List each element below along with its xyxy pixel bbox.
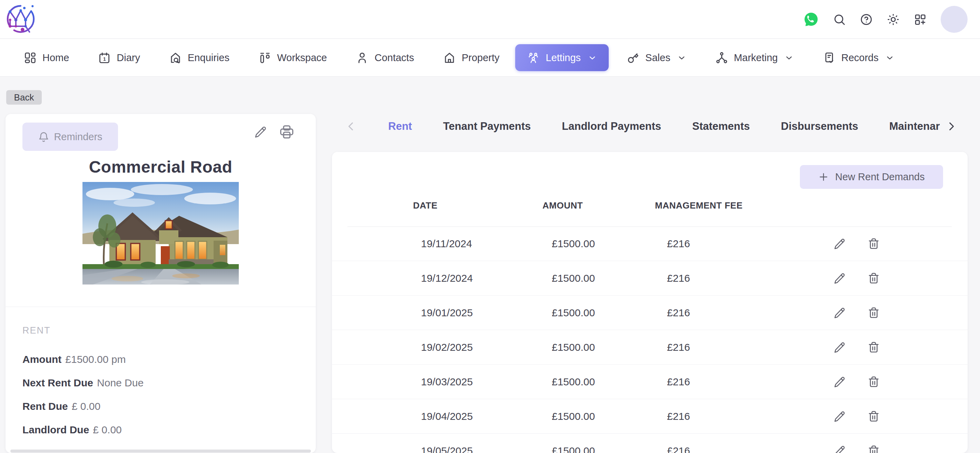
col-header-management-fee: MANAGEMENT FEE [655,200,743,211]
field-rent-due: Rent Due £ 0.00 [22,400,100,412]
delete-icon[interactable] [867,238,880,250]
nav-label: Lettings [546,52,581,64]
app-logo[interactable] [6,2,36,35]
nav-item-sales[interactable]: Sales [627,51,686,64]
horizontal-scrollbar-thumb[interactable] [10,450,311,453]
new-rent-demands-button[interactable]: New Rent Demands [800,165,943,189]
tab-list: Rent Tenant Payments Landlord Payments S… [388,118,940,135]
chevron-left-icon[interactable] [345,121,357,132]
chevron-down-icon [677,53,686,62]
rent-demands-card: New Rent Demands DATE AMOUNT MANAGEMENT … [332,152,967,453]
search-icon[interactable] [833,13,846,26]
field-value: £1500.00 pm [65,354,126,365]
nav-item-lettings[interactable]: Lettings [515,44,609,71]
nav-label: Contacts [374,52,414,64]
rent-section-label: RENT [22,325,51,336]
reminders-button[interactable]: Reminders [22,123,118,151]
cell-fee: £216 [667,273,690,284]
cell-fee: £216 [667,445,690,453]
reminders-label: Reminders [54,131,102,143]
field-value: £ 0.00 [93,424,121,436]
main-nav: Home 1 Diary Enquiries Workspace [0,39,980,77]
field-amount: Amount £1500.00 pm [22,354,126,365]
top-bar [0,0,980,39]
col-header-amount: AMOUNT [542,200,583,211]
table-row: 19/04/2025 £1500.00 £216 [332,399,967,434]
edit-icon[interactable] [834,376,845,388]
nav-label: Sales [645,52,670,64]
print-icon[interactable] [279,124,294,139]
delete-icon[interactable] [867,272,880,284]
nav-label: Home [43,52,69,64]
nav-label: Property [462,52,500,64]
field-landlord-due: Landlord Due £ 0.00 [22,424,122,436]
card-divider [6,306,316,307]
apps-icon[interactable] [914,13,926,26]
cell-date: 19/12/2024 [421,273,473,284]
cell-amount: £1500.00 [552,341,595,353]
delete-icon[interactable] [867,445,880,453]
delete-icon[interactable] [867,410,880,423]
nav-label: Diary [117,52,140,64]
edit-icon[interactable] [834,238,845,250]
edit-property-icon[interactable] [254,126,267,138]
brightness-icon[interactable] [887,13,900,26]
tab-disbursements[interactable]: Disbursements [781,120,858,132]
kanban-icon [258,51,271,64]
edit-icon[interactable] [834,273,845,284]
tab-statements[interactable]: Statements [692,120,750,132]
nav-item-marketing[interactable]: Marketing [715,51,794,64]
col-header-date: DATE [413,200,438,211]
back-button[interactable]: Back [6,90,42,105]
table-row: 19/01/2025 £1500.00 £216 [332,295,967,330]
cell-amount: £1500.00 [552,445,595,453]
table-row: 19/03/2025 £1500.00 £216 [332,365,967,399]
property-summary-card: Reminders Commercial Road [6,114,316,453]
delete-icon[interactable] [867,306,880,319]
whatsapp-icon[interactable] [803,12,819,27]
nav-item-diary[interactable]: 1 Diary [98,51,140,64]
tab-tenant-payments[interactable]: Tenant Payments [443,120,531,132]
table-row: 19/12/2024 £1500.00 £216 [332,261,967,295]
tab-rent[interactable]: Rent [388,120,412,132]
bell-icon [38,131,49,143]
delete-icon[interactable] [867,376,880,388]
edit-icon[interactable] [834,410,845,422]
field-label: Landlord Due [22,424,89,436]
cell-date: 19/03/2025 [421,376,473,388]
field-label: Amount [22,354,61,365]
dashboard-icon [24,51,37,64]
person-icon [356,51,369,64]
field-next-rent-due: Next Rent Due None Due [22,377,143,389]
nav-item-workspace[interactable]: Workspace [258,51,327,64]
tab-maintenance[interactable]: Maintenar [889,120,940,132]
cell-fee: £216 [667,410,690,422]
edit-icon[interactable] [834,307,845,319]
new-rent-demands-label: New Rent Demands [835,171,925,183]
plus-icon [818,172,829,182]
nav-item-property[interactable]: Property [443,51,500,64]
cell-date: 19/11/2024 [421,238,472,250]
nav-item-home[interactable]: Home [24,51,69,64]
key-icon [627,51,640,64]
avatar[interactable] [941,6,967,33]
tab-landlord-payments[interactable]: Landlord Payments [562,120,661,132]
table-row: 19/05/2025 £1500.00 £216 [332,434,967,453]
lettings-tabs: Rent Tenant Payments Landlord Payments S… [332,118,967,135]
chevron-right-icon[interactable] [945,121,957,132]
nav-label: Marketing [734,52,778,64]
page-title: Commercial Road [6,158,316,176]
cell-fee: £216 [667,376,690,388]
help-icon[interactable] [860,13,873,26]
edit-icon[interactable] [834,341,845,353]
nav-item-contacts[interactable]: Contacts [356,51,414,64]
svg-text:1: 1 [103,56,106,62]
delete-icon[interactable] [867,341,880,354]
cell-date: 19/01/2025 [421,307,473,319]
edit-icon[interactable] [834,445,845,453]
nav-item-records[interactable]: Records [822,51,894,64]
rent-demands-table: 19/11/2024 £1500.00 £216 19/12/2024 £150… [332,226,967,453]
nav-item-enquiries[interactable]: Enquiries [169,51,229,64]
people-icon [527,51,540,64]
nav-label: Enquiries [188,52,229,64]
